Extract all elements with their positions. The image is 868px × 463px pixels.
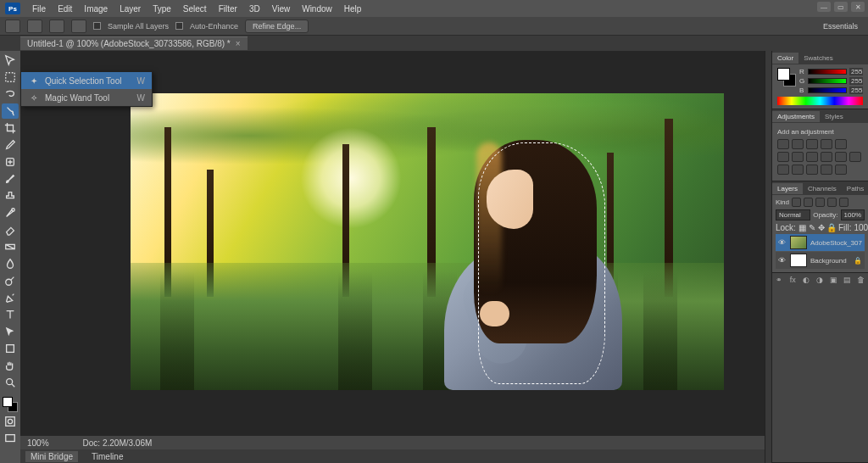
new-layer-icon[interactable]: ▤ [843,275,852,284]
menu-image[interactable]: Image [84,4,108,14]
layer-thumbnail[interactable] [790,254,807,267]
blur-tool[interactable] [2,256,19,271]
marquee-tool[interactable] [2,70,19,85]
color-tab[interactable]: Color [772,53,798,64]
visibility-icon[interactable]: 👁 [778,238,787,247]
invert-icon[interactable] [777,165,789,175]
sample-all-checkbox[interactable] [93,22,101,30]
add-selection-icon[interactable] [27,20,42,33]
zoom-tool[interactable] [2,375,19,390]
dodge-tool[interactable] [2,273,19,288]
refine-edge-button[interactable]: Refine Edge... [245,20,309,33]
menu-edit[interactable]: Edit [58,4,72,14]
b-value[interactable]: 255 [849,86,863,94]
menu-file[interactable]: File [32,4,46,14]
layer-thumbnail[interactable] [790,236,807,249]
tool-preset-icon[interactable] [5,20,20,33]
posterize-icon[interactable] [792,165,804,175]
move-tool[interactable] [2,53,19,68]
channels-tab[interactable]: Channels [803,183,842,194]
selectivecolor-icon[interactable] [835,165,847,175]
document-info[interactable]: Doc: 2.20M/3.06M [83,438,153,448]
subtract-selection-icon[interactable] [49,20,64,33]
healing-tool[interactable] [2,154,19,170]
threshold-icon[interactable] [806,165,818,175]
stamp-tool[interactable] [2,188,19,204]
flyout-magic-wand[interactable]: ✧ Magic Wand Tool W [21,89,152,106]
lookup-icon[interactable] [849,152,861,162]
lock-pixels-icon[interactable]: ✎ [809,224,815,232]
vibrance-icon[interactable] [835,139,847,149]
r-slider[interactable] [808,69,847,75]
menu-filter[interactable]: Filter [219,4,237,14]
lasso-tool[interactable] [2,86,19,102]
canvas-area[interactable]: 100% Doc: 2.20M/3.06M Mini Bridge Timeli… [20,51,765,463]
layer-mask-icon[interactable]: ◐ [802,275,811,284]
delete-layer-icon[interactable]: 🗑 [856,275,865,284]
pen-tool[interactable] [2,290,19,305]
colorbalance-icon[interactable] [792,152,804,162]
g-value[interactable]: 255 [849,77,863,85]
eyedropper-tool[interactable] [2,137,19,153]
maximize-button[interactable]: ▭ [834,2,848,12]
gradient-tool[interactable] [2,239,19,254]
filter-pixel-icon[interactable] [792,198,801,207]
brush-tool[interactable] [2,171,19,187]
menu-type[interactable]: Type [153,4,171,14]
new-fill-icon[interactable]: ◑ [815,275,825,284]
new-group-icon[interactable]: ▣ [829,275,838,284]
hue-icon[interactable] [777,152,789,162]
layer-item[interactable]: 👁 Background 🔒 [776,252,865,269]
flyout-quick-selection[interactable]: ✦ Quick Selection Tool W [21,72,152,89]
curves-icon[interactable] [806,139,818,149]
brush-picker-icon[interactable] [71,20,86,33]
workspace-switcher[interactable]: Essentials [818,20,863,32]
color-spectrum[interactable] [777,97,863,105]
color-swatch[interactable] [3,397,18,412]
layer-name[interactable]: AdobeStock_30733586 [810,239,862,247]
levels-icon[interactable] [792,139,804,149]
filter-shape-icon[interactable] [827,198,837,207]
close-button[interactable]: ✕ [851,2,865,12]
filter-smart-icon[interactable] [839,198,849,207]
exposure-icon[interactable] [821,139,832,149]
g-slider[interactable] [808,78,847,84]
opacity-input[interactable]: 100% [841,209,865,220]
adjustments-tab[interactable]: Adjustments [772,111,820,122]
channelmixer-icon[interactable] [835,152,847,162]
menu-view[interactable]: View [272,4,291,14]
filter-type-icon[interactable] [815,198,825,207]
lock-position-icon[interactable]: ✥ [818,224,825,232]
bw-icon[interactable] [806,152,818,162]
swatches-tab[interactable]: Swatches [798,53,838,64]
visibility-icon[interactable]: 👁 [778,256,787,265]
layer-name[interactable]: Background [810,257,850,265]
styles-tab[interactable]: Styles [820,111,849,122]
link-layers-icon[interactable]: ⚭ [775,275,784,284]
crop-tool[interactable] [2,120,19,136]
menu-help[interactable]: Help [344,4,362,14]
auto-enhance-checkbox[interactable] [175,22,183,30]
close-tab-icon[interactable]: × [236,39,241,48]
b-slider[interactable] [808,87,847,93]
document-tab[interactable]: Untitled-1 @ 100% (AdobeStock_30733586, … [20,36,248,50]
timeline-tab[interactable]: Timeline [86,451,128,462]
gradientmap-icon[interactable] [821,165,832,175]
fill-input[interactable]: 100% [854,223,868,232]
quick-selection-tool[interactable] [2,103,19,119]
zoom-level[interactable]: 100% [27,438,49,448]
paths-tab[interactable]: Paths [842,183,868,194]
layer-fx-icon[interactable]: fx [788,275,798,284]
brightness-icon[interactable] [777,139,789,149]
filter-adj-icon[interactable] [804,198,813,207]
lock-all-icon[interactable]: 🔒 [827,224,836,232]
r-value[interactable]: 255 [849,68,863,75]
type-tool[interactable] [2,307,19,322]
eraser-tool[interactable] [2,222,19,237]
mini-bridge-tab[interactable]: Mini Bridge [25,451,78,462]
quick-mask-icon[interactable] [2,414,19,429]
menu-3d[interactable]: 3D [249,4,260,14]
history-brush-tool[interactable] [2,205,19,220]
document-canvas[interactable] [131,93,724,390]
panel-dock-strip[interactable] [765,51,771,463]
